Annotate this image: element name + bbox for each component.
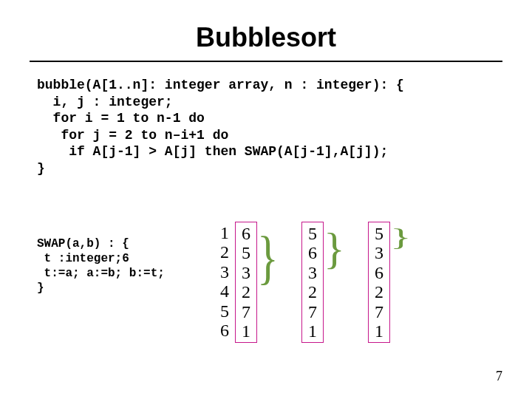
cell: 4: [220, 282, 229, 301]
array-pass-1: 5 6 3 2 7 1: [301, 222, 324, 343]
brace-icon: }: [257, 223, 279, 292]
cell: 7: [242, 302, 250, 321]
brace-small: }: [390, 222, 409, 343]
cell: 6: [308, 243, 317, 262]
cell: 2: [308, 282, 317, 301]
cell: 2: [220, 242, 229, 262]
cell: 5: [220, 301, 229, 321]
cell: 6: [242, 224, 250, 243]
code-swap: SWAP(a,b) : { t :integer;6 t:=a; a:=b; b…: [37, 236, 165, 296]
array-pass-2: 5 3 6 2 7 1: [368, 222, 390, 343]
cell: 3: [308, 263, 317, 282]
title-divider: [30, 61, 502, 62]
brace-icon: }: [390, 223, 412, 251]
cell: 3: [375, 243, 383, 262]
cell: 2: [242, 282, 250, 301]
page-number: 7: [496, 369, 502, 384]
brace-full: }: [257, 222, 276, 343]
cell: 3: [242, 263, 250, 282]
array-columns: 1 2 3 4 5 6 6 5 3 2 7 1 } 5 6 3 2 7 1: [214, 222, 409, 343]
cell: 1: [220, 223, 229, 242]
array-pass-0: 6 5 3 2 7 1: [235, 222, 257, 343]
cell: 5: [375, 224, 383, 243]
cell: 3: [220, 262, 229, 282]
cell: 5: [242, 243, 250, 262]
cell: 5: [308, 224, 317, 243]
cell: 6: [220, 321, 229, 340]
cell: 2: [375, 282, 383, 301]
cell: 1: [375, 321, 383, 341]
cell: 7: [308, 302, 317, 321]
brace-icon: }: [324, 223, 345, 274]
code-bubble: bubble(A[1..n]: integer array, n : integ…: [37, 77, 532, 177]
cell: 6: [375, 263, 383, 282]
cell: 1: [242, 321, 250, 341]
cell: 7: [375, 302, 383, 321]
index-column: 1 2 3 4 5 6: [214, 222, 235, 341]
cell: 1: [308, 321, 317, 341]
brace-mid: }: [324, 222, 343, 343]
slide-title: Bubblesort: [0, 0, 532, 61]
